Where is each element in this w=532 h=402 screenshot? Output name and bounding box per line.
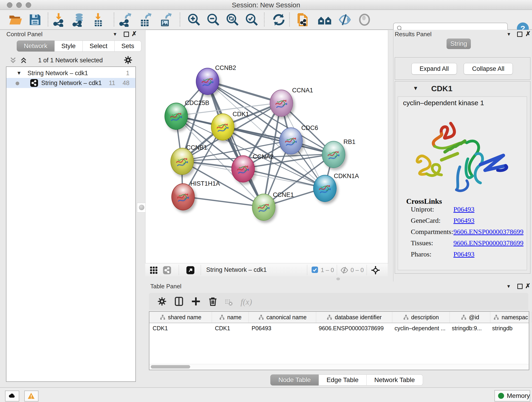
crosslink-link[interactable]: P06493 (453, 250, 475, 258)
network-overview-icon[interactable] (163, 266, 171, 274)
results-panel-float-icon[interactable] (517, 32, 522, 37)
column-header-database-identifier[interactable]: database identifier (316, 312, 392, 323)
zoom-in-icon[interactable] (187, 13, 201, 27)
birds-eye-grid-icon[interactable] (149, 266, 158, 274)
export-network-icon[interactable] (118, 13, 132, 27)
tab-node-table[interactable]: Node Table (270, 375, 319, 385)
zoom-selected-icon[interactable] (245, 13, 259, 27)
detach-view-icon[interactable] (186, 266, 195, 274)
network-node-cdc6[interactable] (279, 128, 303, 154)
tab-network-table[interactable]: Network Table (367, 375, 423, 385)
delete-column-icon[interactable] (208, 297, 218, 306)
zoom-fit-icon[interactable] (225, 13, 240, 27)
table-panel-close-icon[interactable]: ✗ (525, 283, 530, 289)
collapse-all-button[interactable]: Collapse All (464, 63, 513, 75)
gene-caret-icon[interactable]: ▼ (413, 85, 418, 91)
toolbar-separator (114, 13, 114, 26)
network-node-cdk1[interactable] (211, 114, 234, 140)
table-cell[interactable]: stringdb:9... (449, 323, 489, 333)
network-collection-row[interactable]: ▼ String Network – cdk1 1 (6, 69, 135, 78)
column-header-shared-name[interactable]: shared name (149, 312, 212, 323)
control-panel-collapse-icon[interactable]: ▼ (113, 32, 117, 37)
table-horizontal-scrollbar[interactable] (149, 364, 529, 370)
open-session-icon[interactable] (8, 13, 22, 27)
table-cell[interactable]: CDK1 (212, 323, 248, 333)
network-options-gear-icon[interactable] (123, 56, 133, 65)
homology-houses-icon[interactable] (317, 13, 332, 27)
control-panel-title: Control Panel (6, 31, 43, 38)
export-table-icon[interactable] (138, 13, 152, 27)
tab-edge-table[interactable]: Edge Table (319, 375, 367, 385)
network-node-cdc25b[interactable] (165, 103, 188, 130)
column-header--id[interactable]: @id (450, 312, 490, 323)
tab-sets[interactable]: Sets (114, 41, 141, 51)
expand-all-button[interactable]: Expand All (412, 63, 457, 75)
table-cell[interactable]: 9606.ENSP00000378699 (316, 323, 391, 333)
collection-caret-icon[interactable]: ▼ (17, 70, 22, 76)
column-header-description[interactable]: description (392, 312, 450, 323)
table-cell[interactable]: cyclin–dependent ... (391, 323, 449, 333)
warning-status-icon[interactable] (24, 390, 38, 402)
node-count: 11 (109, 80, 115, 87)
selected-checkbox-icon[interactable] (312, 267, 318, 273)
create-column-icon[interactable] (191, 297, 201, 306)
tab-network[interactable]: Network (17, 41, 55, 51)
table-cell[interactable]: stringdb (489, 323, 530, 333)
column-header-namespac[interactable]: namespac (490, 312, 531, 323)
export-image-icon[interactable] (158, 13, 172, 27)
network-row-selected[interactable]: String Network – cdk1 11 48 (6, 78, 135, 88)
string-import-icon[interactable] (297, 13, 311, 27)
delete-table-icon[interactable] (225, 298, 233, 307)
splitter-grip-icon (336, 278, 340, 280)
refresh-view-icon[interactable] (272, 13, 286, 27)
memory-button[interactable]: Memory (494, 390, 530, 402)
crosslink-link[interactable]: 9606.ENSP00000378699 (453, 228, 524, 236)
status-bar: Memory (0, 387, 532, 402)
import-network-file-icon[interactable] (52, 13, 66, 27)
results-panel-close-icon[interactable]: ✗ (525, 31, 531, 37)
network-node-ccna1[interactable] (270, 89, 293, 117)
table-panel-float-icon[interactable] (517, 284, 523, 289)
crosslink-label: Tissues: (411, 239, 433, 247)
select-columns-icon[interactable] (174, 297, 184, 306)
network-node-ccnb1[interactable] (171, 148, 194, 175)
table-cell[interactable]: CDK1 (149, 323, 212, 333)
network-node-ccnb2[interactable] (196, 68, 219, 95)
table-settings-gear-icon[interactable] (157, 297, 167, 306)
column-header-name[interactable]: name (212, 312, 249, 323)
table-row[interactable]: CDK1CDK1P064939606.ENSP00000378699cyclin… (149, 323, 529, 333)
column-header-canonical-name[interactable]: canonical name (249, 312, 316, 323)
crosslinks-title: CrossLinks (406, 197, 442, 206)
save-session-icon[interactable] (28, 13, 42, 27)
results-panel-collapse-icon[interactable]: ▼ (507, 32, 511, 37)
cloud-status-icon[interactable] (5, 390, 19, 402)
zoom-out-icon[interactable] (206, 13, 220, 27)
tab-select[interactable]: Select (83, 41, 114, 51)
toolbar-separator (289, 13, 290, 26)
network-node-cdkn1a[interactable] (313, 175, 336, 202)
import-table-file-icon[interactable] (91, 13, 105, 27)
control-panel-close-icon[interactable]: ✗ (132, 31, 137, 37)
table-panel-collapse-icon[interactable]: ▼ (506, 284, 511, 289)
network-canvas[interactable]: CCNB2CCNA1CDC25BCDK1CDC6RB1CCNB1CCNA2CDK… (145, 30, 388, 264)
import-network-database-icon[interactable] (71, 13, 86, 27)
crosslink-link[interactable]: P06493 (453, 205, 475, 213)
scrollbar-thumb[interactable] (151, 365, 190, 369)
crosslink-link[interactable]: P06493 (453, 217, 475, 224)
crosslink-link[interactable]: 9606.ENSP00000378699 (453, 239, 524, 247)
tab-style[interactable]: Style (55, 41, 83, 51)
control-panel-float-icon[interactable] (124, 32, 129, 37)
table-cell[interactable]: P06493 (248, 323, 316, 333)
node-label-cdc6: CDC6 (301, 124, 318, 132)
hide-selection-eye-icon[interactable] (338, 13, 352, 27)
show-all-eye-icon[interactable] (357, 13, 372, 27)
network-node-rb1[interactable] (322, 141, 345, 168)
pan-crosshair-icon[interactable] (371, 266, 380, 274)
node-label-ccne1: CCNE1 (273, 191, 294, 198)
network-view-title: String Network – cdk1 (206, 266, 267, 274)
network-node-ccna2[interactable] (231, 155, 255, 182)
gene-section-header[interactable]: ▼ CDK1 (395, 81, 530, 96)
network-node-ccne1[interactable] (252, 194, 275, 221)
network-node-hist1h1a[interactable] (171, 183, 195, 211)
tab-string[interactable]: String (447, 38, 471, 49)
